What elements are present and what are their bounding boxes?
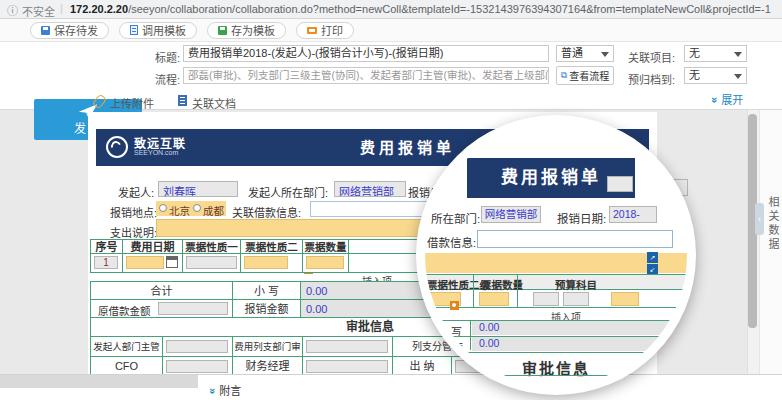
flow-label: 流程:	[155, 71, 180, 87]
seeyon-logo-icon	[106, 136, 128, 158]
expand-toggle[interactable]: » 展开	[712, 91, 743, 107]
save-draft-button[interactable]: 保存待发	[30, 22, 109, 39]
calendar-icon[interactable]	[166, 256, 178, 268]
postscript-label: 附言	[219, 385, 241, 397]
magnified-col-budget: 预算科目	[555, 277, 597, 292]
magnified-amount-value: 0.00	[472, 337, 677, 351]
title-input[interactable]: 费用报销单2018-(发起人)-(报销合计小写)-(报销日期)	[183, 45, 549, 62]
radio-beijing[interactable]	[159, 204, 167, 212]
postscript-toggle[interactable]: » 附言	[210, 382, 241, 398]
magnifier-content: 费用报销单 所在部门: 网络营销部 报销日期: 2018- 借款信息: ↗ ↙ …	[425, 124, 687, 386]
url-host: 172.20.2.20	[70, 3, 128, 15]
collaboration-header: 发送 标题: 费用报销单2018-(发起人)-(报销合计小写)-(报销日期) 普…	[0, 42, 782, 110]
magnified-count-input	[479, 292, 509, 306]
nature1-input[interactable]	[186, 256, 237, 269]
orig-loan-input[interactable]	[158, 302, 228, 315]
loan-label: 关联借款信息:	[232, 204, 301, 220]
side-panel-tab-related-data[interactable]: 相关数据	[765, 196, 781, 252]
priority-value: 普通	[561, 47, 583, 59]
expense-date-input[interactable]	[126, 256, 164, 269]
footer-grey-block	[0, 375, 198, 388]
prearchive-label: 预归档到:	[628, 71, 675, 87]
floppy-green-icon	[218, 26, 227, 35]
cfo-input	[166, 360, 228, 373]
browser-address-bar[interactable]: ⓘ 不安全 | 172.20.2.20/seeyon/collaboration…	[0, 0, 782, 19]
related-project-label: 关联项目:	[628, 49, 675, 65]
dept-label: 发起人所在部门:	[248, 184, 328, 200]
related-document-icon	[178, 95, 187, 106]
caret-icon	[734, 74, 742, 79]
prearchive-select[interactable]: 无	[684, 67, 747, 84]
use-template-button[interactable]: 调用模板	[119, 22, 197, 39]
security-label[interactable]: 不安全	[22, 3, 55, 19]
related-document-link[interactable]: 关联文档	[192, 95, 236, 111]
related-project-select[interactable]: 无	[684, 45, 747, 62]
action-toolbar: 保存待发 调用模板 存为模板 打印	[0, 19, 782, 42]
print-label: 打印	[321, 22, 343, 38]
related-project-value: 无	[689, 47, 700, 59]
magnified-loan-label: 借款信息:	[427, 234, 476, 250]
flow-input[interactable]: 邵磊(审批)、列支部门三级主管(协同)、发起者部门主管(审批)、发起者上级部门部…	[183, 67, 549, 84]
chevron-double-down-icon: »	[709, 97, 721, 103]
caret-icon	[601, 52, 609, 57]
save-draft-label: 保存待发	[54, 22, 98, 38]
prearchive-value: 无	[689, 69, 700, 81]
url-text[interactable]: 172.20.2.20/seeyon/collaboration/collabo…	[70, 3, 775, 15]
col-header-date: 费用日期	[122, 239, 183, 254]
cashier-cell: 出 纳	[392, 356, 452, 376]
radio-chengdu-label[interactable]: 成都	[203, 203, 224, 218]
cfo-cell: CFO	[90, 356, 163, 376]
use-template-label: 调用模板	[142, 22, 186, 38]
location-label: 报销地点:	[110, 204, 157, 220]
expand-ne-icon: ↗	[647, 252, 658, 263]
radio-chengdu[interactable]	[193, 204, 201, 212]
dept-input[interactable]: 网络营销部	[334, 181, 406, 197]
view-flow-button[interactable]: ⧉ 查看流程	[556, 66, 614, 85]
col-header-count: 票据数量	[302, 239, 349, 254]
magnified-budget-input-3	[611, 292, 639, 306]
save-as-template-button[interactable]: 存为模板	[207, 22, 286, 39]
row-index-value: 1	[94, 256, 118, 269]
chevron-double-down-icon: »	[207, 388, 219, 394]
nature2-input[interactable]	[244, 256, 288, 269]
upload-attachment-link[interactable]: 上传附件	[110, 95, 154, 111]
seeyon-new-collaboration-page: ⓘ 不安全 | 172.20.2.20/seeyon/collaboration…	[0, 0, 782, 400]
info-icon[interactable]: ⓘ	[7, 2, 18, 18]
magnified-budget-input-1	[533, 292, 559, 306]
initiator-input[interactable]: 刘春晖	[158, 181, 238, 197]
printer-icon	[307, 27, 317, 34]
magnified-dept-input: 网络营销部	[481, 206, 541, 223]
radio-beijing-label[interactable]: 北京	[169, 203, 190, 218]
total-label-cell: 合计	[90, 281, 233, 300]
count-input[interactable]	[306, 256, 344, 269]
magnified-in-words-value: 0.00	[472, 321, 677, 335]
in-words-label-cell: 小 写	[232, 281, 301, 300]
finance-mgr-cell: 财务经理	[232, 356, 303, 376]
floppy-icon	[41, 26, 50, 35]
col-header-nature2: 票据性质二级	[240, 239, 303, 254]
flow-diagram-icon: ⧉	[561, 70, 567, 81]
col-header-nature1: 票据性质一级	[182, 239, 241, 254]
expense-label: 支出说明:	[110, 224, 157, 240]
reimburse-label-cell: 报销金额	[232, 299, 301, 318]
magnified-dept-label: 所在部门:	[431, 210, 480, 226]
magnifier-overlay: 费用报销单 所在部门: 网络营销部 报销日期: 2018- 借款信息: ↗ ↙ …	[416, 115, 696, 395]
save-as-template-label: 存为模板	[231, 22, 275, 38]
approver-dept-mgr-input	[166, 340, 228, 353]
document-icon	[130, 25, 138, 35]
orig-loan-label: 原借款金额	[98, 303, 151, 318]
priority-select[interactable]: 普通	[556, 45, 614, 62]
magnified-grey-input	[607, 176, 633, 192]
magnified-org-icon	[450, 301, 459, 310]
title-label: 标题:	[155, 49, 180, 65]
caret-icon	[734, 52, 742, 57]
side-panel-collapse-handle[interactable]: ‹	[755, 203, 764, 235]
view-flow-label: 查看流程	[569, 68, 609, 83]
approver-expense-dept-cell: 费用列支部门审批	[232, 336, 303, 357]
approver-dept-mgr-cell: 发起人部门主管	[90, 336, 163, 357]
expand-label: 展开	[721, 94, 743, 106]
magnified-date-label: 报销日期:	[557, 210, 606, 226]
print-button[interactable]: 打印	[296, 22, 354, 39]
divider: |	[60, 2, 63, 14]
url-path: /seeyon/collaboration/collaboration.do?m…	[128, 3, 771, 15]
